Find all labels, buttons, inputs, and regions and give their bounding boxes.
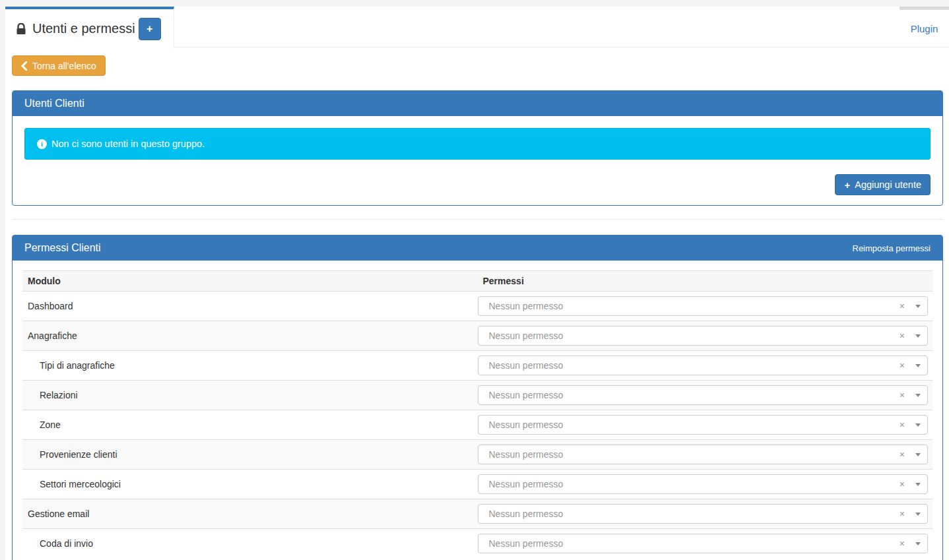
clear-icon[interactable]: × (900, 301, 905, 311)
table-row: Provenienze clienti Nessun permesso × (22, 440, 933, 470)
table-row: Settori merceologici Nessun permesso × (22, 470, 933, 499)
main-content-box: Utenti e permessi + Plugin Torna all'ele… (5, 7, 949, 560)
permission-select-value: Nessun permesso (489, 479, 900, 489)
users-panel: Utenti Clienti Non ci sono utenti in que… (12, 90, 943, 206)
permission-select[interactable]: Nessun permesso × (478, 326, 929, 346)
plus-icon: + (147, 23, 152, 35)
permission-select[interactable]: Nessun permesso × (478, 504, 929, 524)
module-name: Coda di invio (28, 538, 93, 549)
clear-icon[interactable]: × (900, 361, 905, 370)
caret-down-icon[interactable] (915, 453, 921, 456)
users-panel-body: Non ci sono utenti in questo gruppo. + A… (13, 116, 942, 205)
users-panel-title: Utenti Clienti (24, 98, 84, 109)
caret-down-icon[interactable] (915, 394, 921, 397)
add-tab-button[interactable]: + (139, 18, 161, 40)
back-to-list-button[interactable]: Torna all'elenco (12, 55, 106, 76)
permission-select-value: Nessun permesso (489, 301, 900, 311)
module-name: Provenienze clienti (28, 449, 117, 460)
no-users-alert-text: Non ci sono utenti in questo gruppo. (51, 139, 205, 149)
module-name: Relazioni (28, 390, 78, 400)
caret-down-icon[interactable] (915, 305, 921, 308)
users-panel-heading: Utenti Clienti (13, 91, 942, 116)
module-name: Gestione email (28, 509, 89, 519)
table-row: Tipi di anagrafiche Nessun permesso × (22, 351, 933, 381)
permissions-panel-heading: Permessi Clienti Reimposta permessi (13, 235, 942, 261)
module-name: Dashboard (28, 301, 73, 311)
permission-select-value: Nessun permesso (489, 390, 900, 400)
permission-select[interactable]: Nessun permesso × (478, 385, 929, 405)
tab-plugin[interactable]: Plugin (900, 7, 949, 47)
lock-icon (16, 23, 26, 35)
tab-content-pane: Torna all'elenco Utenti Clienti Non ci s… (5, 47, 949, 560)
section-divider (12, 219, 943, 220)
reset-permissions-link[interactable]: Reimposta permessi (853, 243, 931, 253)
plus-icon: + (844, 179, 850, 191)
clear-icon[interactable]: × (900, 450, 905, 459)
back-to-list-label: Torna all'elenco (32, 61, 96, 71)
caret-down-icon[interactable] (915, 334, 921, 338)
add-user-button[interactable]: + Aggiungi utente (835, 174, 931, 195)
table-row: Relazioni Nessun permesso × (22, 381, 933, 410)
permission-select-value: Nessun permesso (489, 360, 900, 371)
clear-icon[interactable]: × (900, 390, 905, 400)
permissions-panel: Permessi Clienti Reimposta permessi Modu… (12, 235, 943, 560)
users-panel-actions: + Aggiungi utente (24, 174, 931, 195)
table-row: Coda di invio Nessun permesso × (22, 529, 933, 559)
clear-icon[interactable]: × (900, 480, 905, 489)
module-name: Settori merceologici (28, 479, 121, 489)
permissions-table-body: Dashboard Nessun permesso × Anagrafiche … (22, 292, 933, 559)
permission-select[interactable]: Nessun permesso × (478, 296, 929, 316)
permission-select[interactable]: Nessun permesso × (478, 415, 929, 435)
permissions-panel-body: Modulo Permessi Dashboard Nessun permess… (13, 261, 942, 560)
module-name: Zone (28, 420, 61, 430)
permission-select[interactable]: Nessun permesso × (478, 445, 929, 464)
tab-plugin-label: Plugin (911, 23, 938, 34)
no-users-alert: Non ci sono utenti in questo gruppo. (24, 128, 931, 160)
table-row: Anagrafiche Nessun permesso × (22, 321, 933, 351)
permissions-panel-title: Permessi Clienti (24, 242, 101, 254)
table-row: Dashboard Nessun permesso × (22, 292, 933, 321)
permission-select[interactable]: Nessun permesso × (478, 474, 929, 494)
module-name: Tipi di anagrafiche (28, 360, 115, 371)
table-header-row: Modulo Permessi (22, 271, 933, 292)
page-title: Utenti e permessi (32, 21, 135, 36)
table-row: Zone Nessun permesso × (22, 410, 933, 440)
permission-select-value: Nessun permesso (489, 420, 900, 430)
clear-icon[interactable]: × (900, 331, 905, 340)
caret-down-icon[interactable] (915, 513, 921, 516)
permission-select-value: Nessun permesso (489, 449, 900, 460)
chevron-left-icon (21, 61, 27, 71)
caret-down-icon[interactable] (915, 542, 921, 545)
caret-down-icon[interactable] (915, 483, 921, 486)
clear-icon[interactable]: × (900, 539, 905, 548)
module-name: Anagrafiche (28, 330, 77, 341)
tab-utenti-e-permessi[interactable]: Utenti e permessi + (5, 7, 174, 48)
clear-icon[interactable]: × (900, 420, 905, 429)
permission-select-value: Nessun permesso (489, 538, 900, 549)
column-header-modulo: Modulo (22, 271, 478, 292)
permission-select-value: Nessun permesso (489, 330, 900, 341)
table-row: Gestione email Nessun permesso × (22, 499, 933, 529)
clear-icon[interactable]: × (900, 509, 905, 518)
caret-down-icon[interactable] (915, 364, 921, 367)
permission-select[interactable]: Nessun permesso × (478, 356, 929, 375)
tab-bar: Utenti e permessi + Plugin (5, 7, 949, 47)
info-circle-icon (37, 139, 47, 149)
caret-down-icon[interactable] (915, 423, 921, 427)
permission-select-value: Nessun permesso (489, 509, 900, 519)
permission-select[interactable]: Nessun permesso × (478, 534, 929, 553)
permissions-table: Modulo Permessi Dashboard Nessun permess… (22, 270, 933, 558)
column-header-permessi: Permessi (478, 271, 933, 292)
add-user-label: Aggiungi utente (855, 179, 921, 190)
